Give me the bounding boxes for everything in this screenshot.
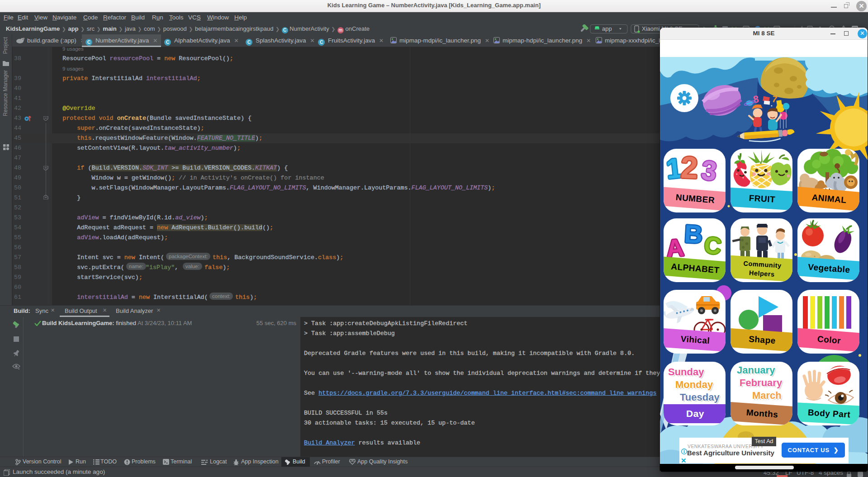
svg-text:app: app bbox=[602, 25, 612, 32]
